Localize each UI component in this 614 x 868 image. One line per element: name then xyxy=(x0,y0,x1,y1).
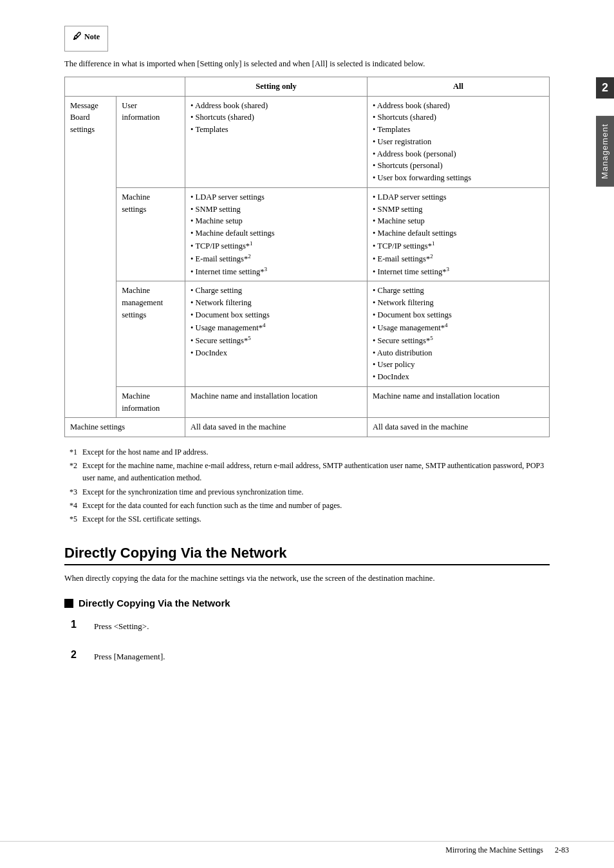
subcategory-machine-settings: Machinesettings xyxy=(116,187,185,281)
subcategory-machine-mgmt: Machinemanagementsettings xyxy=(116,281,185,386)
footnote-ref-5: *5 xyxy=(64,513,77,525)
cell-machine-settings-setting-only: LDAP server settings SNMP setting Machin… xyxy=(185,187,367,281)
table-row: Machinesettings LDAP server settings SNM… xyxy=(65,187,550,281)
sub-section-heading: Directly Copying Via the Network xyxy=(64,598,550,609)
table-row: Machineinformation Machine name and inst… xyxy=(65,386,550,418)
cell-user-info-setting-only: Address book (shared) Shortcuts (shared)… xyxy=(185,96,367,187)
sub-section-title: Directly Copying Via the Network xyxy=(79,598,230,609)
note-label: 🖊 Note xyxy=(73,32,100,42)
footnote-text-4: Except for the data counted for each fun… xyxy=(82,500,342,512)
footnote-text-1: Except for the host name and IP address. xyxy=(82,446,209,458)
footnote-text-2: Except for the machine name, machine e-m… xyxy=(82,460,550,484)
note-title: Note xyxy=(84,32,100,42)
step-text-2: Press [Management]. xyxy=(94,649,165,664)
page-number: 2 xyxy=(596,77,614,99)
subcategory-user-info: Userinformation xyxy=(116,96,185,187)
footnote-2: *2 Except for the machine name, machine … xyxy=(64,460,550,484)
subcategory-machine-info: Machineinformation xyxy=(116,386,185,418)
table-row: Machine settings All data saved in the m… xyxy=(65,418,550,437)
settings-table: Setting only All MessageBoardsettings Us… xyxy=(64,77,550,437)
cell-machine-mgmt-setting-only: Charge setting Network filtering Documen… xyxy=(185,281,367,386)
page-footer: Mirroring the Machine Settings 2-83 xyxy=(0,841,614,855)
note-icon: 🖊 xyxy=(73,32,82,42)
footnote-text-5: Except for the SSL certificate settings. xyxy=(82,513,201,525)
black-square-icon xyxy=(64,599,73,608)
cell-machine-settings-simple-all: All data saved in the machine xyxy=(367,418,550,437)
footnote-ref-4: *4 xyxy=(64,500,77,512)
step-number-1: 1 xyxy=(71,619,86,630)
footer-page-info: Mirroring the Machine Settings 2-83 xyxy=(445,845,569,855)
section-intro: When directly copying the data for the m… xyxy=(64,572,550,585)
footnote-1: *1 Except for the host name and IP addre… xyxy=(64,446,550,458)
note-box: 🖊 Note xyxy=(64,26,108,52)
footnote-ref-2: *2 xyxy=(64,460,77,484)
footnote-3: *3 Except for the synchronization time a… xyxy=(64,486,550,498)
sidebar-management-tab: Management xyxy=(596,116,614,187)
footer-section-title: Mirroring the Machine Settings xyxy=(445,845,543,854)
table-header-setting-only: Setting only xyxy=(185,77,367,96)
footnotes: *1 Except for the host name and IP addre… xyxy=(64,446,550,525)
cell-machine-info-setting-only: Machine name and installation location xyxy=(185,386,367,418)
table-header-empty xyxy=(65,77,185,96)
footnote-4: *4 Except for the data counted for each … xyxy=(64,500,550,512)
step-2: 2 Press [Management]. xyxy=(71,649,550,664)
footnote-5: *5 Except for the SSL certificate settin… xyxy=(64,513,550,525)
main-section-heading: Directly Copying Via the Network xyxy=(64,545,550,565)
cell-machine-mgmt-all: Charge setting Network filtering Documen… xyxy=(367,281,550,386)
table-header-all: All xyxy=(367,77,550,96)
category-machine-settings-simple: Machine settings xyxy=(65,418,185,437)
cell-machine-settings-simple-setting-only: All data saved in the machine xyxy=(185,418,367,437)
table-row: Machinemanagementsettings Charge setting… xyxy=(65,281,550,386)
cell-user-info-all: Address book (shared) Shortcuts (shared)… xyxy=(367,96,550,187)
step-1: 1 Press <Setting>. xyxy=(71,619,550,634)
footnote-text-3: Except for the synchronization time and … xyxy=(82,486,304,498)
cell-machine-info-all: Machine name and installation location xyxy=(367,386,550,418)
cell-machine-settings-all: LDAP server settings SNMP setting Machin… xyxy=(367,187,550,281)
footnote-ref-3: *3 xyxy=(64,486,77,498)
category-message-board: MessageBoardsettings xyxy=(65,96,116,418)
step-number-2: 2 xyxy=(71,649,86,661)
footer-page-number: 2-83 xyxy=(555,845,569,854)
step-text-1: Press <Setting>. xyxy=(94,619,149,634)
steps-container: 1 Press <Setting>. 2 Press [Management]. xyxy=(71,619,550,664)
table-row: MessageBoardsettings Userinformation Add… xyxy=(65,96,550,187)
footnote-ref-1: *1 xyxy=(64,446,77,458)
note-text: The difference in what is imported when … xyxy=(64,58,550,70)
